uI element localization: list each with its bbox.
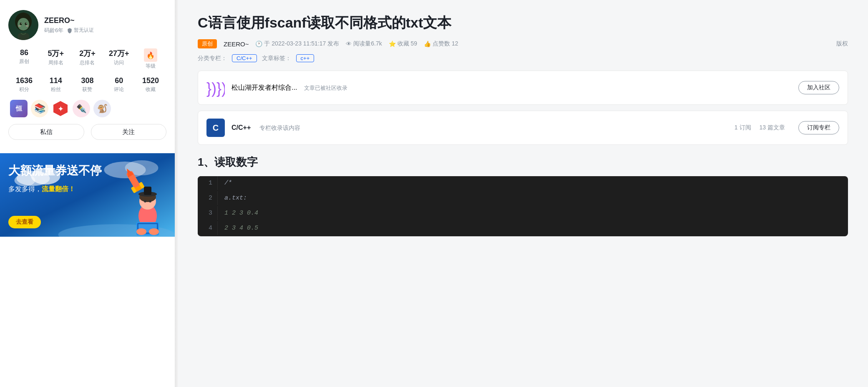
stat-value-original: 86 [20,48,28,57]
svg-text:✒️: ✒️ [76,104,87,114]
column-card: C C/C++ 专栏收录该内容 1 订阅 13 篇文章 订阅专栏 [198,111,848,145]
line-num-1: 1 [198,176,218,190]
svg-rect-9 [18,33,29,40]
line-content-1: /* [218,176,239,190]
stat-visits: 27万+ 访问 [103,48,135,70]
svg-point-2 [18,18,29,30]
article-title: C语言使用fscanf读取不同格式的txt文本 [198,13,848,32]
badge-avatar-icon: 🐒 [93,100,111,117]
profile-top: ZEERO~ 码龄6年 暂无认证 [8,10,166,40]
code-line-3: 3 1 2 3 0.4 [198,206,848,221]
svg-rect-43 [144,187,151,195]
svg-point-7 [18,25,21,27]
profile-info: ZEERO~ 码龄6年 暂无认证 [44,16,94,34]
code-line-2: 2 a.txt: [198,191,848,206]
meta-collect: ⭐ 收藏 59 [389,40,417,48]
svg-text:🐒: 🐒 [97,104,108,114]
sidebar: ZEERO~ 码龄6年 暂无认证 86 原创 5万+ [0,0,175,387]
column-name: C/C++ [231,124,251,131]
character-svg [104,162,171,237]
svg-point-3 [20,23,22,25]
community-info: 松山湖开发者村综合... 文章已被社区收录 [231,83,792,92]
avatar [8,10,38,40]
stat-level: 🔥 等级 [135,48,166,70]
eye-icon: 👁 [346,40,352,47]
line-num-2: 2 [198,191,218,205]
code-line-4: 4 2 3 4 0.5 [198,221,848,236]
action-buttons: 私信 关注 [8,124,166,140]
community-icon: })}) [206,78,225,97]
wave-bracket-icon: })}) [206,78,225,97]
join-community-button[interactable]: 加入社区 [798,81,839,94]
banner-line1: 大额流量券送不停 [8,164,102,177]
profile-meta: 码龄6年 暂无认证 [44,27,94,34]
stat-comments: 60 评论 [103,76,135,93]
code-block: 1 /* 2 a.txt: 3 1 2 3 0.4 4 2 3 4 0.5 [198,176,848,236]
article-tag-chip[interactable]: c++ [296,54,314,62]
svg-point-41 [149,228,159,235]
badge-heng: 恒 [10,100,28,117]
no-cert-label: 暂无认证 [74,27,94,34]
copyright-link[interactable]: 版权 [836,40,848,48]
date-text: 于 2022-03-23 11:51:17 发布 [264,40,339,48]
banner-title: 大额流量券送不停 [8,163,102,178]
stat-likes: 308 获赞 [72,76,103,93]
community-name: 松山湖开发者村综合... [231,84,297,91]
column-articles: 13 篇文章 [760,124,785,132]
column-icon: C [206,119,225,137]
line-num-4: 4 [198,221,218,235]
banner-character [104,162,171,237]
badge-5: 🐒 [93,100,111,117]
svg-point-36 [149,200,151,202]
stat-value-visits: 27万+ [109,48,129,58]
follow-button[interactable]: 关注 [91,124,167,140]
stat-value-total: 2万+ [79,48,96,58]
article-tags: 分类专栏： C/C++ 文章标签： c++ [198,54,848,62]
svg-point-4 [25,23,27,25]
line-content-4: 2 3 4 0.5 [218,221,265,235]
column-desc: 专栏收录该内容 [259,124,300,131]
line-content-3: 1 2 3 0.4 [218,206,265,220]
stat-label-points: 积分 [19,86,29,93]
svg-point-40 [136,228,146,235]
likes-text: 点赞数 12 [433,40,458,48]
main-content: C语言使用fscanf读取不同格式的txt文本 原创 ZEERO~ 🕐 于 20… [178,0,868,387]
message-button[interactable]: 私信 [8,124,84,140]
stat-value-comments: 60 [115,76,123,85]
column-name-container: C/C++ 专栏收录该内容 [231,124,728,132]
line-num-3: 3 [198,206,218,220]
read-count-text: 阅读量6.7k [353,40,382,48]
badge-pen-icon: ✒️ [73,100,90,117]
stat-label-comments: 评论 [114,86,124,93]
stat-label-visits: 访问 [114,59,124,66]
username: ZEERO~ [44,16,94,25]
category-label: 分类专栏： [198,55,227,62]
cert-badge: 暂无认证 [67,27,94,34]
stat-label-total: 总排名 [80,59,95,66]
banner-cta-button[interactable]: 去查看 [8,216,41,228]
line-content-2: a.txt: [218,191,254,205]
stat-label-original: 原创 [19,58,29,65]
stat-value-fans: 114 [50,76,62,85]
promo-banner: 大额流量券送不停 多发多得，流量翻倍！ 去查看 [0,153,175,237]
profile-section: ZEERO~ 码龄6年 暂无认证 86 原创 5万+ [0,0,175,153]
stat-label-level: 等级 [146,63,156,70]
badge-2: 📚 [31,100,48,117]
svg-point-5 [21,23,22,24]
badges-row: 恒 📚 ✦ ✒️ [8,100,166,117]
stat-value-likes: 308 [81,76,93,85]
svg-point-35 [144,200,146,202]
section-1-heading: 1、读取数字 [198,155,848,169]
stats-grid-1: 86 原创 5万+ 周排名 2万+ 总排名 27万+ 访问 🔥 [8,48,166,70]
stat-fans: 114 粉丝 [40,76,72,93]
svg-point-6 [26,23,27,24]
level-icon: 🔥 [144,48,157,62]
subscribe-column-button[interactable]: 订阅专栏 [798,121,839,134]
banner-subtitle: 多发多得，流量翻倍！ [8,185,75,194]
tags-label: 文章标签： [262,55,291,62]
category-chip[interactable]: C/C++ [232,54,257,62]
svg-text:✦: ✦ [58,105,64,113]
clock-icon: 🕐 [255,40,262,47]
collect-text: 收藏 59 [398,40,417,48]
badge-scroll-icon: 📚 [31,100,48,117]
